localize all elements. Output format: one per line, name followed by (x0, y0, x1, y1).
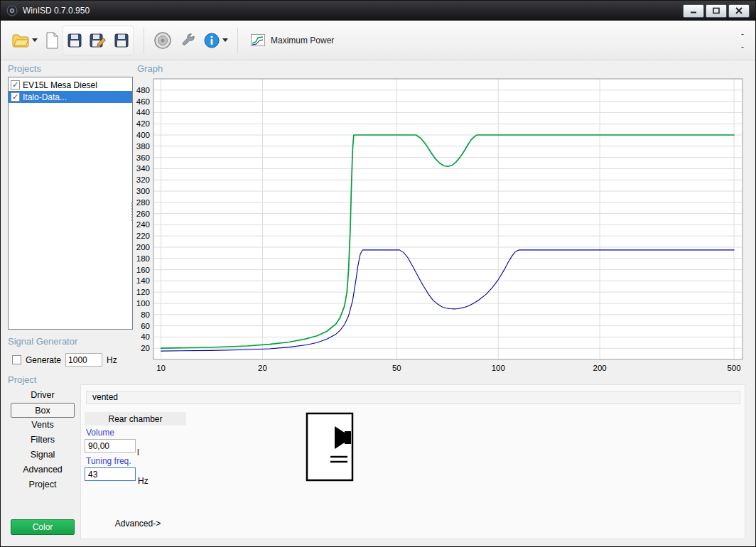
svg-text:440: 440 (136, 108, 150, 117)
minimize-button[interactable] (683, 4, 704, 18)
floppy-icon (114, 33, 129, 48)
svg-text:160: 160 (136, 266, 150, 274)
svg-text:280: 280 (136, 198, 150, 207)
project-section-label: Project (8, 374, 36, 385)
options-button[interactable] (176, 26, 200, 55)
enclosure-type-field[interactable]: vented (86, 391, 740, 404)
tab-filters[interactable]: Filters (11, 433, 75, 448)
color-button[interactable]: Color (11, 519, 75, 535)
project-tabs: Driver Box Vents Filters Signal Advanced… (11, 388, 75, 492)
generator-frequency-unit: Hz (107, 355, 117, 365)
winisd-window: WinISD 0.7.0.950 (0, 0, 756, 547)
svg-text:340: 340 (136, 164, 150, 173)
new-project-button[interactable] (41, 26, 63, 55)
tab-signal[interactable]: Signal (11, 448, 75, 462)
tuning-freq-input[interactable] (85, 467, 136, 481)
save-all-button[interactable] (110, 26, 133, 55)
driver-magnet-shape (345, 431, 351, 444)
svg-text:240: 240 (136, 220, 150, 229)
info-icon (203, 32, 220, 49)
volume-label: Volume (86, 428, 114, 438)
tab-box[interactable]: Box (11, 403, 75, 418)
app-icon (6, 5, 18, 16)
speaker-driver-icon (153, 31, 172, 50)
svg-text:40: 40 (141, 332, 150, 341)
toolbar-right-dash-bottom: - (741, 42, 744, 52)
signal-generator-section-label: Signal Generator (8, 336, 77, 347)
driver-editor-button[interactable] (150, 26, 176, 55)
save-as-button[interactable] (86, 26, 110, 55)
project-checkbox-checked-icon[interactable]: ✓ (11, 80, 20, 90)
project-list-item[interactable]: ✓ EV15L Mesa Diesel (9, 79, 132, 91)
box-parameters-panel (80, 384, 745, 539)
svg-text:220: 220 (136, 232, 150, 240)
generate-checkbox[interactable] (12, 355, 21, 364)
tab-project[interactable]: Project (11, 477, 75, 492)
rear-chamber-button[interactable]: Rear chamber (85, 412, 186, 426)
svg-text:20: 20 (258, 364, 267, 372)
svg-text:50: 50 (392, 364, 401, 372)
svg-text:460: 460 (136, 97, 150, 106)
floppy-icon (67, 33, 82, 48)
tab-advanced[interactable]: Advanced (11, 462, 75, 477)
toolbar-separator (237, 28, 238, 53)
open-folder-icon (11, 33, 30, 48)
panel-splitter-handle[interactable] (131, 202, 133, 221)
titlebar: WinISD 0.7.0.950 (1, 1, 755, 21)
window-controls (683, 4, 750, 18)
project-list-item-selected[interactable]: ✓ Italo-Data... (9, 91, 132, 103)
info-button[interactable] (200, 26, 232, 55)
generator-frequency-input[interactable] (65, 353, 102, 367)
svg-text:420: 420 (136, 119, 150, 128)
project-checkbox-checked-icon[interactable]: ✓ (11, 92, 20, 102)
volume-unit: l (137, 448, 139, 457)
svg-text:400: 400 (136, 131, 150, 139)
maximize-button[interactable] (706, 4, 727, 18)
tuning-freq-label: Tuning freq. (86, 456, 131, 466)
svg-text:260: 260 (136, 210, 150, 218)
svg-text:380: 380 (136, 142, 150, 151)
svg-text:10: 10 (156, 364, 166, 372)
svg-text:20: 20 (141, 344, 150, 352)
info-dropdown-arrow[interactable] (222, 38, 228, 42)
box-diagram (305, 411, 356, 485)
toolbar: Maximum Power - - (1, 21, 755, 60)
project-name: Italo-Data... (23, 92, 67, 102)
volume-input[interactable] (85, 439, 136, 453)
maximum-power-chart[interactable]: 2040608010012014016018020022024026028030… (134, 72, 745, 374)
toolbar-right-dash-top: - (741, 29, 744, 39)
svg-text:200: 200 (593, 364, 607, 372)
advanced-button[interactable]: Advanced-> (106, 516, 170, 531)
svg-text:500: 500 (727, 364, 740, 372)
generate-label: Generate (26, 355, 61, 365)
wrench-icon (179, 32, 196, 49)
svg-text:140: 140 (136, 276, 150, 285)
svg-text:320: 320 (136, 175, 150, 184)
close-button[interactable] (728, 4, 750, 18)
projects-list[interactable]: ✓ EV15L Mesa Diesel ✓ Italo-Data... (8, 77, 133, 330)
graph-type-label: Maximum Power (271, 36, 334, 45)
svg-text:60: 60 (141, 322, 150, 330)
tab-driver[interactable]: Driver (11, 388, 75, 403)
open-project-button[interactable] (8, 26, 41, 55)
svg-text:200: 200 (136, 243, 150, 251)
tab-vents[interactable]: Vents (11, 418, 75, 433)
open-dropdown-arrow[interactable] (32, 38, 38, 42)
toolbar-separator (144, 28, 144, 53)
new-document-icon (45, 32, 59, 49)
svg-text:120: 120 (136, 288, 150, 296)
svg-text:180: 180 (136, 254, 150, 263)
signal-generator-row: Generate Hz (12, 353, 117, 367)
svg-text:360: 360 (136, 153, 150, 162)
graph-type-selector[interactable]: Maximum Power (244, 31, 341, 49)
svg-text:100: 100 (492, 364, 505, 372)
svg-text:80: 80 (141, 310, 150, 319)
tuning-freq-unit: Hz (138, 476, 148, 486)
window-title: WinISD 0.7.0.950 (23, 6, 90, 16)
svg-text:300: 300 (136, 187, 150, 195)
save-button[interactable] (63, 26, 86, 55)
mini-chart-icon (251, 34, 265, 46)
save-buttons-group (63, 26, 134, 55)
floppy-pencil-icon (90, 33, 107, 48)
svg-text:480: 480 (136, 86, 150, 94)
